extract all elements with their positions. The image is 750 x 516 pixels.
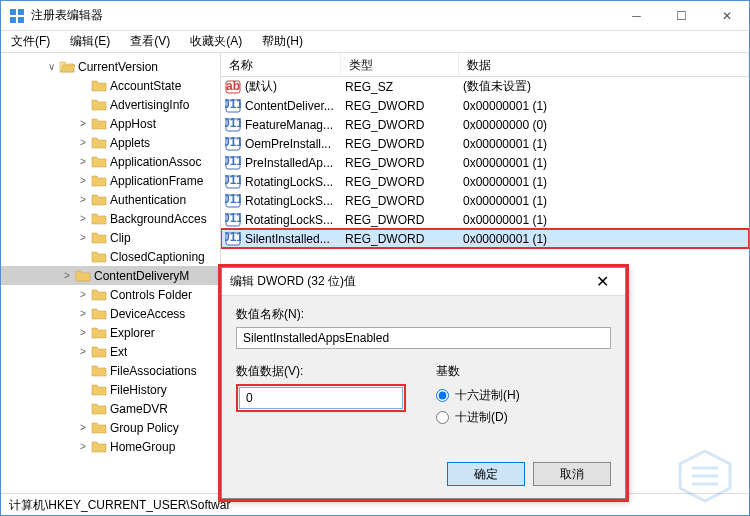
menu-file[interactable]: 文件(F): [5, 31, 56, 52]
folder-icon: [91, 307, 107, 321]
cell-data: 0x00000001 (1): [459, 155, 749, 171]
cell-name: RotatingLockS...: [221, 174, 341, 190]
list-row[interactable]: RotatingLockS...REG_DWORD0x00000001 (1): [221, 210, 749, 229]
cell-type: REG_DWORD: [341, 174, 459, 190]
folder-icon: [91, 364, 107, 378]
header-name[interactable]: 名称: [221, 53, 341, 76]
tree-item[interactable]: >Applets: [1, 133, 220, 152]
radio-hex[interactable]: 十六进制(H): [436, 384, 520, 406]
svg-rect-3: [18, 17, 24, 23]
tree-item[interactable]: >DeviceAccess: [1, 304, 220, 323]
expand-icon[interactable]: >: [75, 308, 91, 319]
tree-item-label: Controls Folder: [110, 288, 192, 302]
ok-button[interactable]: 确定: [447, 462, 525, 486]
expand-icon[interactable]: >: [75, 289, 91, 300]
tree-item[interactable]: >Explorer: [1, 323, 220, 342]
folder-icon: [91, 174, 107, 188]
list-row[interactable]: RotatingLockS...REG_DWORD0x00000001 (1): [221, 191, 749, 210]
svg-rect-1: [18, 9, 24, 15]
tree-item[interactable]: AccountState: [1, 76, 220, 95]
expand-icon[interactable]: >: [75, 441, 91, 452]
edit-dword-dialog: 编辑 DWORD (32 位)值 ✕ 数值名称(N): 数值数据(V): 基数 …: [221, 267, 626, 499]
tree-item-label: ApplicationAssoc: [110, 155, 201, 169]
list-row[interactable]: (默认)REG_SZ(数值未设置): [221, 77, 749, 96]
folder-icon: [75, 269, 91, 283]
menu-help[interactable]: 帮助(H): [256, 31, 309, 52]
cell-name: OemPreInstall...: [221, 136, 341, 152]
radio-dec[interactable]: 十进制(D): [436, 406, 520, 428]
expand-icon[interactable]: >: [75, 213, 91, 224]
tree-item[interactable]: >HomeGroup: [1, 437, 220, 456]
header-data[interactable]: 数据: [459, 53, 749, 76]
cell-name: ContentDeliver...: [221, 98, 341, 114]
menu-favorites[interactable]: 收藏夹(A): [184, 31, 248, 52]
reg-binary-icon: [225, 118, 241, 132]
reg-binary-icon: [225, 99, 241, 113]
window-controls: ─ ☐ ✕: [614, 1, 749, 30]
expand-icon[interactable]: >: [75, 327, 91, 338]
close-button[interactable]: ✕: [704, 1, 749, 30]
tree-item[interactable]: ClosedCaptioning: [1, 247, 220, 266]
radio-hex-input[interactable]: [436, 389, 449, 402]
name-input[interactable]: [236, 327, 611, 349]
list-row[interactable]: RotatingLockS...REG_DWORD0x00000001 (1): [221, 172, 749, 191]
tree-item[interactable]: >Ext: [1, 342, 220, 361]
radio-dec-input[interactable]: [436, 411, 449, 424]
minimize-button[interactable]: ─: [614, 1, 659, 30]
tree-item-label: AppHost: [110, 117, 156, 131]
tree-item[interactable]: >Group Policy: [1, 418, 220, 437]
tree-item-label: DeviceAccess: [110, 307, 185, 321]
expand-icon[interactable]: >: [75, 232, 91, 243]
menu-view[interactable]: 查看(V): [124, 31, 176, 52]
dialog-titlebar[interactable]: 编辑 DWORD (32 位)值 ✕: [222, 268, 625, 296]
expand-icon[interactable]: >: [75, 422, 91, 433]
reg-binary-icon: [225, 175, 241, 189]
list-row[interactable]: FeatureManag...REG_DWORD0x00000000 (0): [221, 115, 749, 134]
tree-item-label: ContentDeliveryM: [94, 269, 189, 283]
value-input[interactable]: [239, 387, 403, 409]
expand-icon[interactable]: >: [59, 270, 75, 281]
tree-item-label: BackgroundAcces: [110, 212, 207, 226]
expand-icon[interactable]: >: [75, 175, 91, 186]
folder-icon: [91, 288, 107, 302]
tree-item[interactable]: ∨CurrentVersion: [1, 57, 220, 76]
tree-item[interactable]: >AppHost: [1, 114, 220, 133]
tree-item[interactable]: >Controls Folder: [1, 285, 220, 304]
maximize-button[interactable]: ☐: [659, 1, 704, 30]
dialog-buttons: 确定 取消: [222, 454, 625, 498]
cancel-button[interactable]: 取消: [533, 462, 611, 486]
tree-item[interactable]: >ApplicationFrame: [1, 171, 220, 190]
cell-data: 0x00000001 (1): [459, 174, 749, 190]
dialog-close-button[interactable]: ✕: [587, 272, 617, 291]
tree-item[interactable]: >BackgroundAcces: [1, 209, 220, 228]
folder-icon: [91, 383, 107, 397]
tree-item[interactable]: >Clip: [1, 228, 220, 247]
name-label: 数值名称(N):: [236, 306, 611, 323]
expand-icon[interactable]: >: [75, 346, 91, 357]
tree-item[interactable]: >Authentication: [1, 190, 220, 209]
expand-icon[interactable]: >: [75, 137, 91, 148]
tree-item[interactable]: AdvertisingInfo: [1, 95, 220, 114]
header-type[interactable]: 类型: [341, 53, 459, 76]
cell-type: REG_DWORD: [341, 231, 459, 247]
menu-edit[interactable]: 编辑(E): [64, 31, 116, 52]
list-row[interactable]: OemPreInstall...REG_DWORD0x00000001 (1): [221, 134, 749, 153]
tree-item[interactable]: FileAssociations: [1, 361, 220, 380]
cell-name: FeatureManag...: [221, 117, 341, 133]
tree-item-label: Applets: [110, 136, 150, 150]
folder-open-icon: [59, 60, 75, 74]
expand-icon[interactable]: ∨: [43, 61, 59, 72]
expand-icon[interactable]: >: [75, 118, 91, 129]
expand-icon[interactable]: >: [75, 194, 91, 205]
base-label: 基数: [436, 363, 520, 380]
tree-item[interactable]: >ApplicationAssoc: [1, 152, 220, 171]
tree-item[interactable]: >ContentDeliveryM: [1, 266, 220, 285]
expand-icon[interactable]: >: [75, 156, 91, 167]
list-row[interactable]: ContentDeliver...REG_DWORD0x00000001 (1): [221, 96, 749, 115]
list-row[interactable]: PreInstalledAp...REG_DWORD0x00000001 (1): [221, 153, 749, 172]
tree-item[interactable]: GameDVR: [1, 399, 220, 418]
list-row[interactable]: SilentInstalled...REG_DWORD0x00000001 (1…: [221, 229, 749, 248]
tree-item[interactable]: FileHistory: [1, 380, 220, 399]
folder-icon: [91, 421, 107, 435]
tree-panel[interactable]: ∨CurrentVersionAccountStateAdvertisingIn…: [1, 53, 221, 493]
